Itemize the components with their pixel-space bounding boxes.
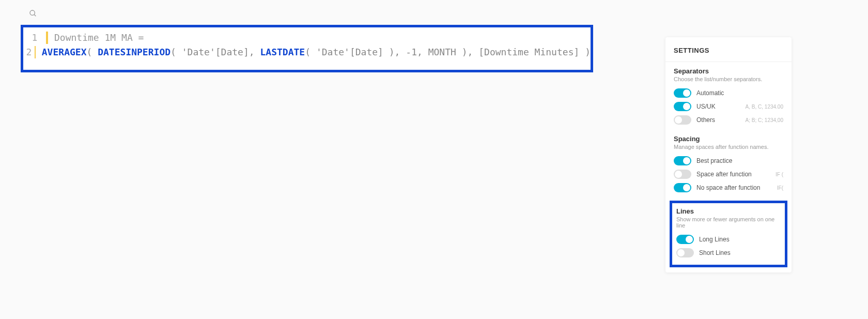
search-icon[interactable]: [29, 9, 37, 20]
toggle-space-after[interactable]: [674, 170, 691, 179]
toggle-label: Best practice: [696, 157, 783, 164]
svg-point-0: [30, 10, 35, 15]
toggle-label: Long Lines: [699, 236, 781, 243]
lines-section: Lines Show more or fewer arguments on on…: [670, 201, 787, 267]
separators-heading: Separators: [674, 67, 783, 75]
spacing-sub: Manage spaces after function names.: [674, 144, 783, 150]
toggle-hint: A; B; C; 1234,00: [746, 117, 783, 123]
toggle-no-space[interactable]: [674, 183, 691, 192]
svg-line-1: [34, 14, 36, 16]
toggle-others[interactable]: [674, 115, 691, 125]
toggle-hint: IF(: [777, 185, 783, 191]
toggle-hint: A, B, C, 1234.00: [746, 104, 783, 110]
lines-sub: Show more or fewer arguments on one line: [676, 216, 781, 229]
code-editor[interactable]: 1 Downtime 1M MA = 2 AVERAGEX( DATESINPE…: [21, 25, 593, 72]
line-number: 1: [23, 31, 46, 45]
code-line: AVERAGEX( DATESINPERIOD( 'Date'[Date], L…: [42, 45, 591, 59]
gutter-bar: [35, 46, 36, 58]
toggle-label: Space after function: [696, 171, 776, 178]
toggle-label: US/UK: [696, 103, 746, 110]
toggle-long-lines[interactable]: [676, 235, 694, 244]
settings-panel: SETTINGS Separators Choose the list/numb…: [665, 37, 792, 272]
toggle-label: Others: [696, 116, 746, 124]
lines-heading: Lines: [676, 207, 781, 215]
toggle-hint: IF (: [776, 172, 783, 177]
line-number: 2: [23, 45, 35, 59]
spacing-heading: Spacing: [674, 135, 783, 143]
measure-name: Downtime 1M MA =: [54, 31, 144, 45]
toggle-short-lines[interactable]: [676, 248, 694, 257]
toggle-usuk[interactable]: [674, 102, 691, 111]
toggle-label: Automatic: [696, 89, 783, 97]
toggle-label: Short Lines: [699, 249, 781, 256]
toggle-best-practice[interactable]: [674, 156, 691, 165]
toggle-automatic[interactable]: [674, 88, 691, 98]
gutter-bar: [46, 32, 48, 44]
separators-sub: Choose the list/number separators.: [674, 76, 783, 82]
spacing-section: Spacing Manage spaces after function nam…: [665, 130, 792, 198]
separators-section: Separators Choose the list/number separa…: [665, 62, 792, 130]
settings-title: SETTINGS: [665, 37, 792, 62]
toggle-label: No space after function: [696, 184, 777, 191]
